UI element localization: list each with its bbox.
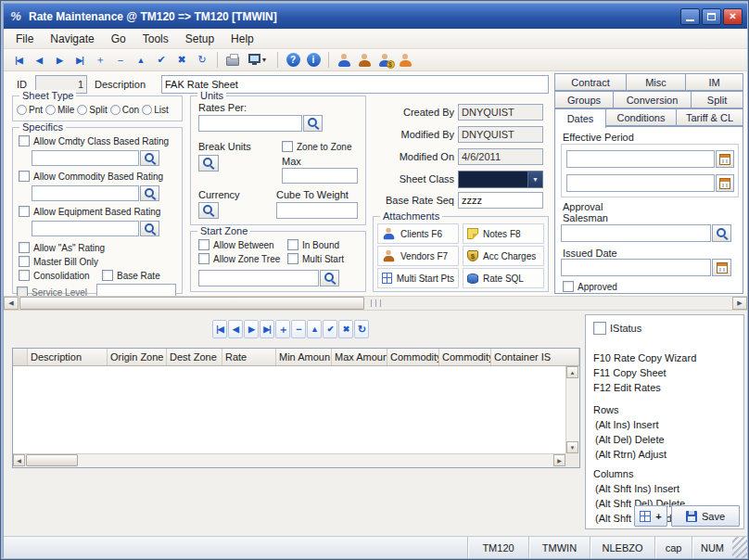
max-field[interactable]	[282, 168, 358, 184]
checkbox-multi-start[interactable]: Multi Start	[287, 253, 344, 264]
menu-navigate[interactable]: Navigate	[42, 30, 102, 48]
checkbox-commodity[interactable]: Allow Commodity Based Rating	[19, 171, 163, 182]
checkbox-allow-between[interactable]: Allow Between	[198, 239, 274, 250]
detail-refresh-button[interactable]: ↻	[354, 320, 369, 338]
checkbox-master-bill[interactable]: Master Bill Only	[19, 256, 98, 267]
column-header-container[interactable]: Container IS	[491, 349, 579, 365]
checkbox-allow-zone-tree[interactable]: Allow Zone Tree	[198, 253, 280, 264]
scroll-left-button[interactable]: ◀	[4, 297, 19, 310]
commodity-lookup-button[interactable]	[140, 185, 159, 201]
grid-vertical-scrollbar[interactable]: ▲ ▼	[565, 366, 579, 453]
radio-mile[interactable]: Mile	[45, 105, 74, 115]
effective-from-field[interactable]	[566, 150, 715, 168]
checkbox-approved[interactable]: Approved	[563, 281, 617, 292]
clients-button[interactable]	[335, 51, 353, 70]
radio-list[interactable]: List	[142, 105, 169, 115]
column-header-dest-zone[interactable]: Dest Zone	[167, 349, 222, 365]
tab-tariff-cl[interactable]: Tariff & CL	[676, 108, 743, 126]
checkbox-base-rate[interactable]: Base Rate	[102, 270, 160, 281]
cube-to-weight-field[interactable]	[276, 202, 358, 219]
scrollbar-thumb[interactable]	[19, 297, 364, 310]
column-header-origin-zone[interactable]: Origin Zone	[108, 349, 167, 365]
column-header-max-amount[interactable]: Max Amoun	[332, 349, 387, 365]
checkbox-in-bound[interactable]: In Bound	[287, 239, 339, 250]
first-record-button[interactable]: |◀	[9, 51, 28, 70]
menu-setup[interactable]: Setup	[177, 30, 222, 48]
cancel-button[interactable]: ✖	[172, 51, 191, 70]
rates-per-field[interactable]	[198, 115, 302, 132]
minimize-button[interactable]	[680, 8, 700, 25]
modified-by-field[interactable]	[458, 126, 543, 143]
close-button[interactable]: ✕	[723, 8, 743, 25]
cmdty-class-lookup-button[interactable]	[140, 150, 159, 166]
multi-start-pts-button[interactable]: Multi Start Pts	[377, 268, 459, 288]
effective-to-field[interactable]	[566, 174, 715, 192]
save-button[interactable]: Save	[671, 505, 740, 527]
checkbox-cmdty-class[interactable]: Allow Cmdty Class Based Rating	[19, 135, 169, 146]
radio-pnt[interactable]: Pnt	[17, 105, 43, 115]
checkbox-as-rating[interactable]: Allow "As" Rating	[19, 242, 105, 253]
radio-split[interactable]: Split	[77, 105, 107, 115]
rate-sql-button[interactable]: Rate SQL	[463, 268, 544, 288]
issued-date-calendar-button[interactable]	[712, 259, 731, 276]
sheet-class-combobox[interactable]: ▼	[458, 171, 543, 188]
scroll-up-button[interactable]: ▲	[566, 366, 578, 378]
chevron-down-icon[interactable]: ▼	[527, 172, 542, 187]
restore-button[interactable]: ▲	[132, 51, 150, 70]
menu-file[interactable]: File	[7, 30, 42, 48]
acc-charges-button[interactable]: $Acc Charges	[463, 246, 544, 266]
maximize-button[interactable]	[702, 8, 721, 25]
add-column-button[interactable]: +	[634, 505, 667, 527]
insert-button[interactable]: ＋	[91, 51, 109, 70]
salesman-lookup-button[interactable]	[712, 224, 731, 242]
scrollbar-thumb[interactable]	[26, 454, 78, 466]
help-button[interactable]: ?	[284, 51, 302, 70]
row-selector-header[interactable]	[13, 349, 28, 365]
column-header-commodity-1[interactable]: Commodity	[387, 349, 439, 365]
salesman-field[interactable]	[561, 224, 711, 242]
vendors-button[interactable]	[355, 51, 374, 70]
resize-grip[interactable]	[732, 537, 747, 558]
effective-to-calendar-button[interactable]	[716, 174, 734, 192]
detail-delete-button[interactable]: −	[291, 320, 306, 338]
detail-accept-button[interactable]: ✔	[323, 320, 337, 338]
notes-f8-button[interactable]: Notes F8	[463, 223, 544, 244]
account-charges-button[interactable]: $	[375, 51, 394, 70]
info-button[interactable]: i	[304, 51, 323, 70]
last-record-button[interactable]: ▶|	[70, 51, 89, 70]
menu-go[interactable]: Go	[103, 30, 134, 48]
issued-date-field[interactable]	[561, 259, 711, 276]
previous-record-button[interactable]: ◀	[30, 51, 48, 70]
radio-con[interactable]: Con	[110, 105, 139, 115]
currency-lookup-button[interactable]	[198, 202, 219, 219]
detail-insert-button[interactable]: ＋	[275, 320, 290, 338]
grid-horizontal-scrollbar[interactable]: ◀ ▶	[13, 453, 565, 467]
detail-next-button[interactable]: ▶	[244, 320, 259, 338]
scroll-right-button[interactable]: ▶	[553, 454, 565, 466]
column-header-description[interactable]: Description	[28, 349, 108, 365]
delete-button[interactable]: −	[111, 51, 130, 70]
checkbox-zone-to-zone[interactable]: Zone to Zone	[282, 141, 351, 152]
tab-groups[interactable]: Groups	[554, 91, 614, 108]
commodity-field[interactable]	[32, 185, 139, 201]
scroll-left-button[interactable]: ◀	[13, 454, 25, 466]
tab-conditions[interactable]: Conditions	[605, 108, 677, 126]
equipment-lookup-button[interactable]	[140, 221, 159, 236]
column-header-commodity-2[interactable]: Commodity	[439, 349, 491, 365]
detail-previous-button[interactable]: ◀	[228, 320, 243, 338]
column-header-min-amount[interactable]: Min Amoun	[276, 349, 332, 365]
detail-first-button[interactable]: |◀	[212, 320, 227, 338]
clients-f6-button[interactable]: Clients F6	[377, 223, 459, 244]
vendors-f7-button[interactable]: Vendors F7	[377, 246, 459, 266]
start-zone-lookup-button[interactable]	[320, 270, 339, 286]
accept-button[interactable]: ✔	[152, 51, 171, 70]
next-record-button[interactable]: ▶	[50, 51, 69, 70]
created-by-field[interactable]	[458, 104, 543, 121]
break-units-lookup-button[interactable]	[198, 155, 219, 172]
cmdty-class-field[interactable]	[32, 150, 139, 166]
equipment-field[interactable]	[32, 221, 139, 236]
tab-contract[interactable]: Contract	[554, 73, 627, 91]
scroll-right-button[interactable]: ▶	[732, 297, 747, 310]
tab-misc[interactable]: Misc	[626, 73, 686, 91]
detail-last-button[interactable]: ▶|	[260, 320, 274, 338]
